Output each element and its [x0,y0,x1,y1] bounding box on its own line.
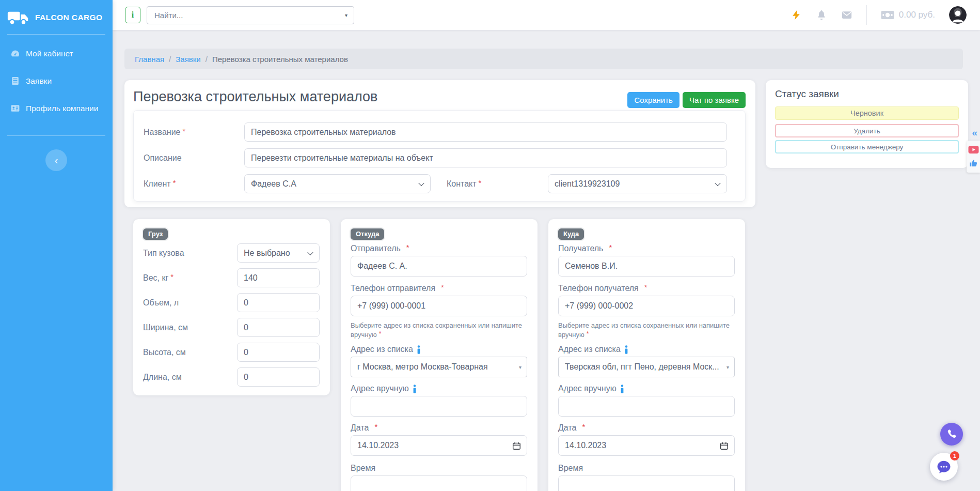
volume-label: Объем, л [143,298,237,308]
status-card: Статус заявки Черновик Удалить Отправить… [766,80,968,168]
required-marker: * [379,330,382,337]
required-marker: * [170,273,173,281]
balance-amount: 0.00 руб. [899,10,935,20]
info-circle-icon[interactable] [417,345,421,354]
topbar-divider [866,5,867,25]
sidebar-collapse-button[interactable]: ‹ [45,149,67,171]
height-input[interactable] [237,343,320,362]
viber-call-button[interactable] [940,423,963,446]
cargo-badge: Груз [143,228,168,240]
origin-address-manual-input[interactable] [351,396,527,417]
origin-time-input[interactable] [351,475,527,491]
send-to-manager-button[interactable]: Отправить менеджеру [775,140,959,154]
weight-input[interactable] [237,268,320,287]
info-circle-icon[interactable] [624,345,628,354]
save-button[interactable]: Сохранить [627,92,679,108]
info-circle-icon[interactable] [620,385,624,393]
origin-address-list-select[interactable]: г Москва, метро Москва-Товарная ▾ [351,357,527,377]
chat-widget-button[interactable]: 1 [930,453,958,481]
sidebar-divider-top [7,34,105,35]
volume-input[interactable] [237,293,320,312]
calendar-icon[interactable] [720,441,729,450]
required-marker: * [441,283,444,291]
destination-time-input[interactable] [558,475,735,491]
required-marker: * [587,330,589,337]
company-profile-icon [10,103,20,113]
body-type-select[interactable]: Не выбрано [237,243,320,263]
global-search-combobox[interactable]: Найти... ▾ [147,6,354,24]
sidebar-item-company-profile[interactable]: Профиль компании [0,95,113,122]
contact-select[interactable]: client1319923109 [548,174,727,193]
destination-date-input[interactable]: 14.10.2023 [558,435,735,456]
destination-address-manual-input[interactable] [558,396,735,417]
info-button[interactable]: i [125,7,140,23]
recipient-input[interactable] [558,256,735,277]
origin-address-manual-label: Адрес вручную [351,384,527,393]
brand-name: FALCON CARGO [35,13,103,22]
sidebar-item-orders[interactable]: Заявки [0,67,113,95]
breadcrumb-separator: / [206,55,208,64]
weight-label: Вес, кг* [143,273,237,283]
recipient-phone-label: Телефон получателя* [558,284,735,293]
sender-label: Отправитель* [351,244,527,253]
body-type-label: Тип кузова [143,249,237,258]
orders-icon [10,76,20,86]
destination-date-label: Дата* [558,423,735,433]
phone-icon [946,428,957,440]
width-label: Ширина, см [143,323,237,332]
delete-button[interactable]: Удалить [775,124,959,137]
cargo-card: Груз Тип кузова Не выбрано Вес, кг* Объе… [133,219,330,395]
calendar-icon[interactable] [512,441,521,450]
destination-badge: Куда [558,228,584,240]
name-input[interactable] [244,122,727,142]
user-avatar[interactable] [949,6,967,24]
sidebar-item-label: Заявки [26,76,52,86]
sender-input[interactable] [351,256,527,277]
recipient-phone-input[interactable] [558,296,735,316]
chevron-left-icon: ‹ [55,155,58,166]
lightning-icon[interactable] [791,9,802,21]
destination-address-list-label: Адрес из списка [558,345,735,354]
required-marker: * [609,243,612,252]
destination-card: Куда Получатель* Телефон получателя* Выб… [548,219,745,491]
required-marker: * [644,283,647,291]
name-label: Название* [144,128,244,137]
person-icon [949,6,967,24]
recipient-label: Получатель* [558,244,735,253]
origin-time-label: Время [351,464,527,473]
destination-address-list-select[interactable]: Тверская обл, пгт Пено, деревня Моск... … [558,357,735,377]
description-input[interactable] [244,148,727,167]
caret-down-icon: ▾ [726,364,729,370]
chat-on-order-button[interactable]: Чат по заявке [683,92,746,108]
envelope-icon[interactable] [841,9,852,21]
brand-logo[interactable]: FALCON CARGO [0,0,113,34]
client-select[interactable]: Фадеев С.А [244,174,431,193]
contact-label: Контакт* [447,179,548,189]
search-placeholder: Найти... [154,11,183,20]
bell-icon[interactable] [816,9,827,21]
banknote-icon [881,10,894,20]
client-label: Клиент* [144,179,244,189]
caret-down-icon: ▾ [519,364,521,370]
youtube-icon[interactable] [968,146,979,154]
chevron-down-icon [307,249,313,255]
length-input[interactable] [237,367,320,387]
thumbs-up-icon[interactable] [969,159,978,167]
panel-collapse-button[interactable]: « [972,127,976,139]
origin-date-input[interactable]: 14.10.2023 [351,435,527,456]
required-marker: * [173,179,176,187]
required-marker: * [406,243,409,252]
sidebar-item-cabinet[interactable]: Мой кабинет [0,40,113,67]
width-input[interactable] [237,318,320,337]
chat-bubble-icon [936,459,952,474]
destination-address-hint: Выберите адрес из списка сохраненных или… [558,321,735,339]
sidebar-item-label: Профиль компании [26,104,98,113]
truck-icon [7,9,29,26]
info-circle-icon[interactable] [413,385,417,393]
balance-display: 0.00 руб. [881,10,935,20]
breadcrumb-home-link[interactable]: Главная [135,55,164,64]
breadcrumb: Главная / Заявки / Перевозка строительны… [124,49,963,69]
breadcrumb-orders-link[interactable]: Заявки [176,55,200,64]
sender-phone-input[interactable] [351,296,527,316]
origin-address-hint: Выберите адрес из списка сохраненных или… [351,321,527,339]
